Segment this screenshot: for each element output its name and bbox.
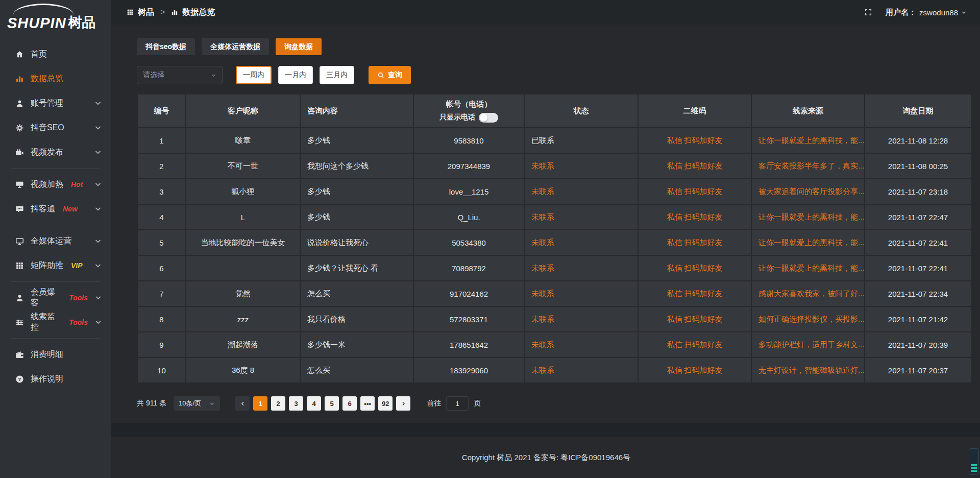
- main-area: 树品 > 数据总览 用户名： zswodun88 抖音seo数据全媒体运营数据询…: [111, 0, 980, 478]
- cell-date: 2021-11-07 22:41: [865, 255, 971, 281]
- cell-nickname: L: [186, 204, 300, 230]
- sidebar-item-home[interactable]: 首页: [0, 42, 111, 66]
- sidebar-item-label: 会员爆客: [31, 287, 61, 308]
- page-unit-label: 页: [474, 399, 481, 408]
- page-button-5[interactable]: 5: [325, 396, 339, 411]
- phone-only-toggle[interactable]: [479, 113, 498, 123]
- sidebar-divider: [11, 281, 100, 282]
- cell-source-link[interactable]: 让你一眼就爱上的黑科技，能...: [751, 204, 865, 230]
- tab-3[interactable]: 询盘数据: [276, 38, 322, 55]
- table-row: 1036度 8怎么买183929060未联系私信 扫码加好友无主灯设计，智能磁吸…: [137, 357, 971, 383]
- sidebar-item-data-overview[interactable]: 数据总览: [0, 66, 111, 91]
- col-header-content: 咨询内容: [300, 94, 413, 128]
- cell-qrcode-link[interactable]: 私信 扫码加好友: [638, 230, 751, 255]
- cell-qrcode-link[interactable]: 私信 扫码加好友: [638, 128, 751, 153]
- col-header-account-label: 帐号（电话）: [446, 100, 492, 109]
- sidebar-item-operation-guide[interactable]: ?操作说明: [0, 367, 111, 391]
- chevron-down-icon: [94, 124, 102, 132]
- user-menu[interactable]: 用户名： zswodun88: [886, 8, 967, 17]
- chevron-left-icon: [240, 401, 246, 407]
- sidebar-item-omnimedia-operation[interactable]: 全媒体运营: [0, 229, 111, 253]
- range-button-1[interactable]: 一周内: [236, 66, 272, 84]
- sidebar-item-label: 抖音SEO: [31, 123, 64, 133]
- table-row: 2不可一世我想问这个多少钱2097344839未联系私信 扫码加好友客厅安装投影…: [137, 153, 971, 179]
- sidebar-item-badge: Hot: [71, 180, 83, 188]
- cell-no: 4: [137, 204, 186, 230]
- page-button-1[interactable]: 1: [253, 396, 267, 411]
- sidebar-item-douketong[interactable]: 抖客通New: [0, 197, 111, 221]
- page-button-92[interactable]: 92: [378, 396, 393, 411]
- cell-qrcode-link[interactable]: 私信 扫码加好友: [638, 204, 751, 230]
- cell-source-link[interactable]: 无主灯设计，智能磁吸轨道灯...: [751, 357, 865, 383]
- cell-source-link[interactable]: 如何正确选择投影仪，买投影...: [751, 306, 865, 332]
- chevron-down-icon: [94, 294, 102, 302]
- cell-date: 2021-11-07 20:37: [865, 357, 971, 383]
- search-icon: [377, 71, 384, 79]
- inquiry-table: 编号 客户昵称 咨询内容 帐号（电话） 只显示电话 状态 二维码: [137, 93, 972, 384]
- chevron-down-icon: [94, 148, 102, 156]
- data-tabs: 抖音seo数据全媒体运营数据询盘数据: [137, 38, 972, 55]
- range-button-2[interactable]: 一月内: [278, 66, 313, 84]
- chevron-down-icon: [961, 10, 967, 15]
- cell-qrcode-link[interactable]: 私信 扫码加好友: [638, 153, 751, 179]
- cell-qrcode-link[interactable]: 私信 扫码加好友: [638, 255, 751, 281]
- sidebar-item-consumption-detail[interactable]: 消费明细: [0, 342, 111, 367]
- page-size-select[interactable]: 10条/页: [174, 396, 220, 411]
- tab-1[interactable]: 抖音seo数据: [137, 38, 195, 55]
- cell-qrcode-link[interactable]: 私信 扫码加好友: [638, 332, 751, 357]
- cell-source-link[interactable]: 客厅安装投影半年多了，真实...: [751, 153, 865, 179]
- table-row: 3狐小狸多少钱love__1215未联系私信 扫码加好友被大家追着问的客厅投影分…: [137, 179, 971, 204]
- sidebar-item-label: 全媒体运营: [31, 236, 71, 247]
- prev-page-button[interactable]: [235, 396, 250, 411]
- sidebar-item-video-heating[interactable]: 视频加热Hot: [0, 172, 111, 197]
- sliders-icon: [15, 318, 24, 327]
- page-button-3[interactable]: 3: [289, 396, 303, 411]
- tab-2[interactable]: 全媒体运营数据: [202, 38, 269, 55]
- fullscreen-icon[interactable]: [864, 8, 872, 16]
- cell-qrcode-link[interactable]: 私信 扫码加好友: [638, 306, 751, 332]
- goto-page-input[interactable]: [446, 396, 469, 411]
- cell-source-link[interactable]: 让你一眼就爱上的黑科技，能...: [751, 128, 865, 153]
- pagination: 共 911 条 10条/页 123456•••92 前往 页: [137, 396, 972, 411]
- page-button-4[interactable]: 4: [307, 396, 321, 411]
- breadcrumb-root[interactable]: 树品: [138, 7, 154, 18]
- cell-account: 183929060: [413, 357, 524, 383]
- col-header-status: 状态: [524, 94, 638, 128]
- table-row: 4L多少钱Q_Liu.未联系私信 扫码加好友让你一眼就爱上的黑科技，能...20…: [137, 204, 971, 230]
- sidebar-item-matrix-boost[interactable]: 矩阵助推VIP: [0, 253, 111, 278]
- cell-status: 未联系: [524, 357, 638, 383]
- sidebar-item-clue-monitor[interactable]: 线索监控Tools: [0, 310, 111, 334]
- sidebar-item-douyin-seo[interactable]: 抖音SEO: [0, 115, 111, 140]
- sidebar-item-video-publish[interactable]: 视频发布: [0, 140, 111, 164]
- cell-source-link[interactable]: 多功能护栏灯，适用于乡村文...: [751, 332, 865, 357]
- sidebar-item-label: 视频加热: [31, 179, 63, 190]
- cell-qrcode-link[interactable]: 私信 扫码加好友: [638, 179, 751, 204]
- query-button[interactable]: 查询: [369, 66, 411, 84]
- col-header-qrcode: 二维码: [638, 94, 751, 128]
- cell-content: 多少钱？让我死心 看: [300, 255, 413, 281]
- cell-source-link[interactable]: 让你一眼就爱上的黑科技，能...: [751, 255, 865, 281]
- cell-qrcode-link[interactable]: 私信 扫码加好友: [638, 281, 751, 306]
- cell-source-link[interactable]: 让你一眼就爱上的黑科技，能...: [751, 230, 865, 255]
- page-button-6[interactable]: 6: [342, 396, 357, 411]
- cell-source-link[interactable]: 被大家追着问的客厅投影分享...: [751, 179, 865, 204]
- page-ellipsis-button[interactable]: •••: [360, 396, 375, 411]
- scroll-widget[interactable]: [969, 448, 979, 475]
- sidebar-item-account-management[interactable]: 账号管理: [0, 91, 111, 115]
- user-icon: [15, 99, 24, 108]
- goto-page: 前往 页: [427, 396, 481, 411]
- range-button-3[interactable]: 三月内: [320, 66, 354, 84]
- sidebar-item-member-baoke[interactable]: 会员爆客Tools: [0, 285, 111, 310]
- table-row: 9潮起潮落多少钱一米178651642未联系私信 扫码加好友多功能护栏灯，适用于…: [137, 332, 971, 357]
- app-logo[interactable]: SHUPIN 树品: [0, 0, 111, 38]
- cell-qrcode-link[interactable]: 私信 扫码加好友: [638, 357, 751, 383]
- table-row: 5当地比较能吃的一位美女说说价格让我死心50534380未联系私信 扫码加好友让…: [137, 230, 971, 255]
- table-row: 6多少钱？让我死心 看70898792未联系私信 扫码加好友让你一眼就爱上的黑科…: [137, 255, 971, 281]
- cell-no: 9: [137, 332, 186, 357]
- cell-source-link[interactable]: 感谢大家喜欢我家，被问了好...: [751, 281, 865, 306]
- next-page-button[interactable]: [396, 396, 410, 411]
- filter-select[interactable]: 请选择: [137, 66, 223, 84]
- sidebar-item-label: 矩阵助推: [31, 260, 63, 271]
- page-button-2[interactable]: 2: [271, 396, 285, 411]
- sidebar-item-label: 首页: [31, 49, 47, 60]
